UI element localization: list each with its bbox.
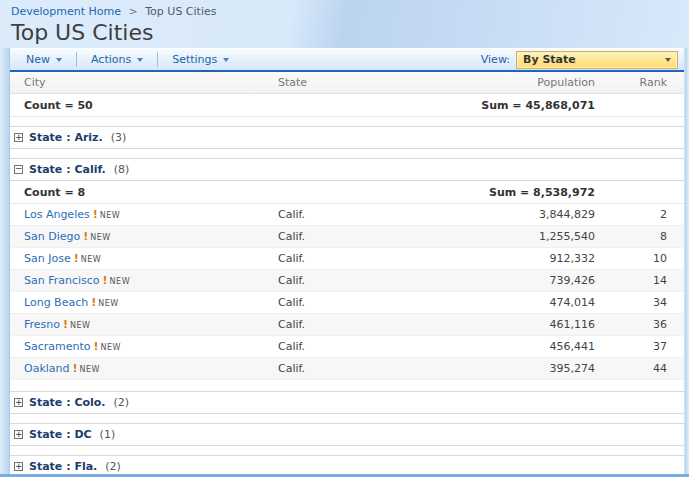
actions-menu-label: Actions: [91, 53, 131, 66]
table-row: Fresno !NEW Calif. 461,116 36: [10, 314, 684, 336]
chevron-down-icon: [665, 58, 671, 62]
state-cell: Calif.: [278, 362, 458, 375]
page-title: Top US Cities: [11, 20, 689, 45]
city-link[interactable]: Long Beach: [24, 296, 88, 309]
group-row-fla[interactable]: State : Fla. (2): [10, 455, 684, 474]
table-row: Los Angeles !NEW Calif. 3,844,829 2: [10, 204, 684, 226]
table-row: Long Beach !NEW Calif. 474,014 34: [10, 292, 684, 314]
city-link[interactable]: San Jose: [24, 252, 71, 265]
group-title: State : DC: [29, 428, 92, 441]
group-count-summary: Count = 8: [10, 186, 278, 199]
new-menu-button[interactable]: New: [18, 50, 70, 69]
population-cell: 3,844,829: [458, 208, 595, 221]
new-item-icon: !NEW: [91, 296, 118, 309]
page: Development Home > Top US Cities Top US …: [0, 0, 689, 477]
city-link[interactable]: Los Angeles: [24, 208, 90, 221]
toolbar-divider: [157, 52, 158, 67]
population-cell: 474,014: [458, 296, 595, 309]
population-cell: 456,441: [458, 340, 595, 353]
toolbar-divider: [76, 52, 77, 67]
new-item-icon: !NEW: [73, 362, 100, 375]
table-row: San Diego !NEW Calif. 1,255,540 8: [10, 226, 684, 248]
rank-cell: 34: [595, 296, 667, 309]
group-count: (8): [114, 163, 130, 176]
page-right-margin: [684, 48, 689, 474]
column-header-city[interactable]: City: [10, 76, 278, 89]
state-cell: Calif.: [278, 318, 458, 331]
breadcrumb-current: Top US Cities: [145, 5, 216, 18]
new-item-icon: !NEW: [63, 318, 90, 331]
chevron-down-icon: [56, 58, 62, 62]
population-cell: 395,274: [458, 362, 595, 375]
table-row: Sacramento !NEW Calif. 456,441 37: [10, 336, 684, 358]
rank-cell: 37: [595, 340, 667, 353]
chevron-down-icon: [223, 58, 229, 62]
group-count: (2): [114, 396, 130, 409]
group-count: (3): [111, 131, 127, 144]
settings-menu-button[interactable]: Settings: [164, 50, 237, 69]
state-cell: Calif.: [278, 208, 458, 221]
new-item-icon: !NEW: [93, 208, 120, 221]
expand-icon[interactable]: [14, 133, 23, 142]
state-cell: Calif.: [278, 252, 458, 265]
new-item-icon: !NEW: [94, 340, 121, 353]
group-row-colo[interactable]: State : Colo. (2): [10, 391, 684, 414]
group-title: State : Ariz.: [29, 131, 103, 144]
group-row-dc[interactable]: State : DC (1): [10, 423, 684, 446]
new-item-icon: !NEW: [83, 230, 110, 243]
population-cell: 461,116: [458, 318, 595, 331]
actions-menu-button[interactable]: Actions: [83, 50, 151, 69]
column-header-state[interactable]: State: [278, 76, 458, 89]
new-item-icon: !NEW: [74, 252, 101, 265]
expand-icon[interactable]: [14, 430, 23, 439]
total-sum: Sum = 45,868,071: [458, 99, 595, 112]
state-cell: Calif.: [278, 274, 458, 287]
group-row-ariz[interactable]: State : Ariz. (3): [10, 126, 684, 149]
state-cell: Calif.: [278, 340, 458, 353]
city-link[interactable]: Sacramento: [24, 340, 91, 353]
city-link[interactable]: San Francisco: [24, 274, 100, 287]
breadcrumb-link-home[interactable]: Development Home: [11, 5, 121, 18]
top-banner: Development Home > Top US Cities Top US …: [0, 0, 689, 48]
list-toolbar: New Actions Settings View: By State: [10, 48, 684, 72]
group-sum-summary: Sum = 8,538,972: [458, 186, 595, 199]
view-selector-dropdown[interactable]: By State: [516, 51, 678, 69]
table-header-row: City State Population Rank: [10, 72, 684, 94]
new-menu-label: New: [26, 53, 50, 66]
list-view: New Actions Settings View: By State: [10, 48, 684, 474]
population-cell: 1,255,540: [458, 230, 595, 243]
state-cell: Calif.: [278, 230, 458, 243]
rank-cell: 14: [595, 274, 667, 287]
expand-icon[interactable]: [14, 462, 23, 471]
total-count: Count = 50: [10, 99, 278, 112]
expand-icon[interactable]: [14, 398, 23, 407]
collapse-icon[interactable]: [14, 165, 23, 174]
rank-cell: 10: [595, 252, 667, 265]
group-row-calif[interactable]: State : Calif. (8): [10, 158, 684, 181]
group-count: (1): [100, 428, 116, 441]
group-title: State : Fla.: [29, 460, 97, 473]
total-summary-row: Count = 50 Sum = 45,868,071: [10, 94, 684, 117]
breadcrumb-separator: >: [129, 5, 138, 18]
table-row: San Jose !NEW Calif. 912,332 10: [10, 248, 684, 270]
city-link[interactable]: Oakland: [24, 362, 70, 375]
population-cell: 912,332: [458, 252, 595, 265]
rank-cell: 44: [595, 362, 667, 375]
column-header-rank[interactable]: Rank: [595, 76, 667, 89]
city-link[interactable]: Fresno: [24, 318, 60, 331]
city-link[interactable]: San Diego: [24, 230, 80, 243]
group-title: State : Calif.: [29, 163, 106, 176]
group-summary-row: Count = 8 Sum = 8,538,972: [10, 181, 684, 204]
breadcrumb: Development Home > Top US Cities: [11, 5, 689, 18]
group-count: (2): [105, 460, 121, 473]
state-cell: Calif.: [278, 296, 458, 309]
rank-cell: 8: [595, 230, 667, 243]
new-item-icon: !NEW: [103, 274, 130, 287]
table-row: San Francisco !NEW Calif. 739,426 14: [10, 270, 684, 292]
column-header-population[interactable]: Population: [458, 76, 595, 89]
view-label: View:: [481, 53, 510, 66]
view-selected-value: By State: [523, 53, 665, 66]
settings-menu-label: Settings: [172, 53, 217, 66]
table-row: Oakland !NEW Calif. 395,274 44: [10, 358, 684, 380]
rank-cell: 2: [595, 208, 667, 221]
